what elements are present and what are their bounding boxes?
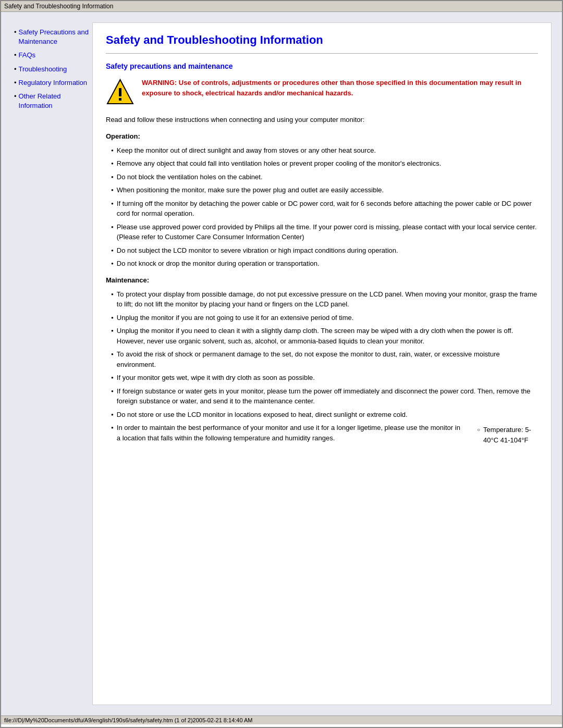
list-item-text: In order to maintain the best performanc… [117, 423, 463, 443]
sidebar: • Safety Precautions and Maintenance • F… [11, 22, 92, 705]
list-item: Do not knock or drop the monitor during … [111, 258, 538, 269]
list-item-text: Keep the monitor out of direct sunlight … [117, 145, 376, 156]
list-item: In order to maintain the best performanc… [111, 423, 538, 448]
list-item-text: Do not subject the LCD monitor to severe… [117, 245, 398, 256]
title-bar-text: Safety and Troubleshooting Information [4, 3, 113, 10]
sidebar-nav-list: • Safety Precautions and Maintenance • F… [14, 28, 90, 110]
sidebar-item-troubleshooting: • Troubleshooting [14, 65, 90, 74]
list-item-text: If turning off the monitor by detaching … [117, 199, 538, 219]
list-item: Do not block the ventilation holes on th… [111, 172, 538, 182]
operation-title: Operation: [106, 132, 538, 140]
list-item: Unplug the monitor if you need to clean … [111, 326, 538, 346]
list-item: To protect your display from possible da… [111, 289, 538, 310]
sidebar-item-faqs: • FAQs [14, 51, 90, 60]
intro-text: Read and follow these instructions when … [106, 115, 538, 125]
list-item: Do not store or use the LCD monitor in l… [111, 410, 538, 420]
divider [106, 53, 538, 54]
list-item: Unplug the monitor if you are not going … [111, 313, 538, 323]
page-title: Safety and Troubleshooting Information [106, 33, 538, 47]
list-item-text: When positioning the monitor, make sure … [117, 185, 384, 195]
title-bar: Safety and Troubleshooting Information [1, 1, 562, 12]
list-item-text: If your monitor gets wet, wipe it with d… [117, 373, 315, 383]
svg-rect-1 [119, 88, 121, 96]
section-title: Safety precautions and maintenance [106, 62, 538, 70]
list-item-text: Please use approved power cord provided … [117, 222, 538, 242]
warning-icon [106, 78, 134, 106]
maintenance-list: To protect your display from possible da… [111, 289, 538, 449]
list-item: If turning off the monitor by detaching … [111, 199, 538, 219]
content-area: • Safety Precautions and Maintenance • F… [1, 12, 562, 715]
list-item-text: If foreign substance or water gets in yo… [117, 386, 538, 406]
list-item: To avoid the risk of shock or permanent … [111, 349, 538, 369]
list-item-text: Remove any object that could fall into v… [117, 158, 442, 169]
list-item-text: Unplug the monitor if you are not going … [117, 313, 354, 323]
sidebar-link-safety[interactable]: Safety Precautions and Maintenance [19, 28, 90, 46]
warning-triangle-svg [106, 78, 134, 106]
sidebar-item-safety: • Safety Precautions and Maintenance [14, 28, 90, 46]
list-item-text: Do not knock or drop the monitor during … [117, 258, 320, 269]
list-item: When positioning the monitor, make sure … [111, 185, 538, 195]
list-item-text: Do not block the ventilation holes on th… [117, 172, 263, 182]
operation-section: Operation: Keep the monitor out of direc… [106, 132, 538, 269]
sidebar-bullet-3: • [14, 65, 17, 74]
list-item-text: Unplug the monitor if you need to clean … [117, 326, 538, 346]
status-bar-text: file:///D|/My%20Documents/dfu/A9/english… [4, 717, 253, 723]
main-content: Safety and Troubleshooting Information S… [92, 22, 552, 705]
sidebar-bullet-1: • [14, 28, 17, 37]
status-bar: file:///D|/My%20Documents/dfu/A9/english… [1, 715, 562, 724]
list-item: If foreign substance or water gets in yo… [111, 386, 538, 406]
warning-box: WARNING: Use of controls, adjustments or… [106, 78, 538, 106]
list-item-text: To avoid the risk of shock or permanent … [117, 349, 538, 369]
operation-list: Keep the monitor out of direct sunlight … [111, 145, 538, 269]
sidebar-link-regulatory[interactable]: Regulatory Information [19, 78, 88, 88]
list-item: If your monitor gets wet, wipe it with d… [111, 373, 538, 383]
sidebar-item-regulatory: • Regulatory Information [14, 78, 90, 88]
list-item: Do not subject the LCD monitor to severe… [111, 245, 538, 256]
list-item: Please use approved power cord provided … [111, 222, 538, 242]
sidebar-link-troubleshooting[interactable]: Troubleshooting [19, 65, 67, 74]
maintenance-section: Maintenance: To protect your display fro… [106, 276, 538, 449]
sidebar-link-other[interactable]: Other Related Information [19, 92, 90, 110]
sub-list-item: Temperature: 5-40°C 41-104°F [477, 425, 538, 445]
list-item-text: To protect your display from possible da… [117, 289, 538, 310]
sidebar-bullet-5: • [14, 92, 17, 101]
list-item: Keep the monitor out of direct sunlight … [111, 145, 538, 156]
warning-text: WARNING: Use of controls, adjustments or… [142, 78, 538, 98]
sidebar-item-other: • Other Related Information [14, 92, 90, 110]
sidebar-bullet-4: • [14, 78, 17, 88]
sub-list-item-text: Temperature: 5-40°C 41-104°F [483, 425, 538, 445]
list-item: Remove any object that could fall into v… [111, 158, 538, 169]
list-item-text: Do not store or use the LCD monitor in l… [117, 410, 408, 420]
maintenance-title: Maintenance: [106, 276, 538, 284]
svg-rect-2 [119, 98, 121, 101]
sidebar-link-faqs[interactable]: FAQs [19, 51, 36, 60]
sidebar-bullet-2: • [14, 51, 17, 60]
browser-window: Safety and Troubleshooting Information •… [0, 0, 563, 728]
sub-bullet-list: Temperature: 5-40°C 41-104°F [477, 425, 538, 448]
